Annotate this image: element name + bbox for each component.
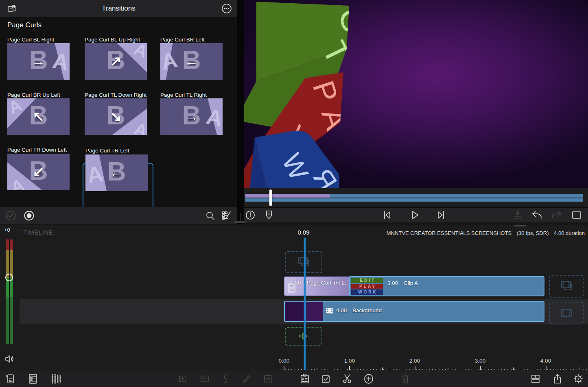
timeline: +0 TIMELINE 0.09 MNNTVE CREATOR ESSENTIA… (0, 224, 588, 370)
scrubber-playhead[interactable] (269, 189, 272, 206)
share-button[interactable] (552, 373, 563, 385)
video-preview[interactable]: T I C P A Y A W R (244, 0, 588, 188)
select-clips-button[interactable] (321, 374, 331, 384)
direction-arrow: ← (160, 53, 223, 69)
tile-label: Page Curl BL Right (7, 37, 54, 43)
speaker-icon (4, 354, 15, 364)
direction-arrow: ↘ (85, 108, 147, 124)
track-levels-icon (50, 373, 63, 385)
tile-label: Page Curl BR Up Left (7, 92, 60, 98)
direction-arrow: ↗ (85, 53, 147, 69)
preview-scrubber[interactable] (244, 188, 588, 207)
storyboard-button[interactable] (28, 373, 38, 385)
ruler-label-4: 4.00 (540, 358, 551, 364)
project-info: MNNTVE CREATOR ESSENTIALS SCREENSHOTS (3… (383, 230, 585, 236)
time-ruler[interactable] (282, 366, 588, 370)
scissors-icon (341, 373, 353, 385)
skip-to-start-button[interactable] (381, 209, 393, 221)
scrubber-transition-segment (245, 194, 330, 198)
play-button[interactable] (409, 209, 420, 221)
film-clips-icon (297, 256, 310, 268)
edit-clip-button[interactable] (241, 374, 251, 384)
preview-transition-button[interactable] (24, 210, 35, 221)
background-track-placeholder[interactable] (549, 302, 584, 324)
delete-clip-button[interactable] (400, 373, 411, 385)
timeline-resize-handle[interactable] (514, 225, 526, 226)
main-track-placeholder[interactable] (549, 275, 584, 298)
audio-track-placeholder[interactable] (285, 327, 322, 346)
panel-title: Transitions (0, 0, 237, 17)
transition-duration: 1.00 (290, 280, 301, 286)
skip-to-end-button[interactable] (435, 209, 447, 221)
undo-button[interactable] (531, 210, 543, 220)
transition-name: Page Curl TR Le (307, 280, 348, 286)
timeline-background-clip[interactable]: 4.00 Background (284, 301, 544, 322)
overwrite-clip-button[interactable] (199, 374, 210, 384)
ruler-label-2: 2.00 (409, 358, 420, 364)
link-icon (221, 373, 230, 385)
panel-divider[interactable] (237, 0, 244, 224)
transition-tile-page-curl-br-left[interactable]: A B ← (160, 43, 223, 80)
fullscreen-button[interactable] (571, 210, 582, 220)
timeline-transition-clip[interactable]: B ← 1.00 Page Curl TR Le (284, 276, 349, 296)
checkbox-icon (321, 374, 331, 384)
mute-button[interactable] (4, 354, 15, 364)
undo-icon (531, 210, 543, 220)
add-clip-button[interactable] (363, 373, 374, 385)
effects-button[interactable] (263, 374, 273, 384)
skip-forward-icon (435, 209, 447, 221)
confirm-selection-button[interactable] (5, 210, 16, 221)
video-editor-app: Transitions Page Curls Page Curl BL Righ… (0, 0, 588, 387)
audio-level-meter[interactable] (6, 239, 13, 344)
clip-attributes-button[interactable] (299, 373, 310, 385)
direction-arrow: ← (85, 165, 148, 180)
import-media-button[interactable] (5, 373, 16, 385)
tile-label: Page Curl BR Left (160, 37, 205, 43)
clip-info-button[interactable] (245, 210, 256, 220)
transition-tile-page-curl-bl-right[interactable]: A B → (7, 43, 70, 80)
split-clip-button[interactable] (341, 373, 353, 385)
timeline-panel-label: TIMELINE (23, 229, 53, 236)
overlay-track-placeholder[interactable] (285, 251, 322, 273)
project-title: MNNTVE CREATOR ESSENTIALS SCREENSHOTS (387, 230, 511, 236)
timeline-playhead[interactable] (304, 238, 306, 370)
tile-label: Page Curl TL Down Right (85, 92, 146, 98)
panel-menu-button[interactable] (221, 3, 232, 14)
transition-tile-page-curl-tl-right[interactable]: A B → (160, 98, 223, 135)
gain-label: +0 (4, 227, 10, 233)
link-clips-button[interactable] (221, 373, 230, 385)
timeline-clip-a[interactable]: EDIT PLAY WORK 3.00 Clip A (349, 276, 544, 296)
search-button[interactable] (205, 211, 216, 221)
insert-icon (177, 374, 188, 384)
add-marker-button[interactable] (264, 210, 274, 220)
ruler-label-0: 0.00 (279, 358, 289, 364)
volume-knob[interactable] (5, 274, 13, 281)
thumb-line-work: WORK (351, 289, 383, 295)
info-icon (245, 210, 256, 220)
transition-tile-page-curl-tl-down-right[interactable]: A B ↘ (85, 98, 147, 135)
add-media-icon (5, 373, 16, 385)
share-icon (552, 373, 563, 385)
gear-help-icon: ? (573, 373, 584, 385)
tile-label: Page Curl BL Up Right (85, 37, 140, 43)
grab-frame-button[interactable] (513, 209, 523, 221)
scrubber-clip-segment (330, 194, 583, 198)
transition-tile-page-curl-tr-down-left[interactable]: A B ↙ (7, 154, 70, 190)
transition-tile-page-curl-tr-left[interactable]: A B ← (85, 154, 148, 191)
double-insert-icon (199, 374, 210, 384)
clip-thumbnail: EDIT PLAY WORK (351, 278, 383, 295)
media-type-film-icon (326, 308, 333, 313)
redo-button[interactable] (551, 210, 563, 220)
skip-back-icon (381, 209, 393, 221)
thumb-line-play: PLAY (351, 284, 383, 289)
preset-list-button[interactable] (221, 211, 232, 221)
transition-tile-page-curl-bl-up-right[interactable]: A B ↗ (85, 43, 147, 80)
audio-tracks-button[interactable] (50, 373, 63, 385)
play-icon (409, 209, 420, 221)
settings-button[interactable]: ? (573, 373, 584, 385)
background-thumb-1 (285, 302, 305, 321)
popout-panel-button[interactable] (5, 3, 20, 14)
insert-clip-button[interactable] (177, 374, 188, 384)
layout-button[interactable] (530, 374, 541, 384)
transition-tile-page-curl-br-up-left[interactable]: A B ↖ (7, 98, 70, 135)
